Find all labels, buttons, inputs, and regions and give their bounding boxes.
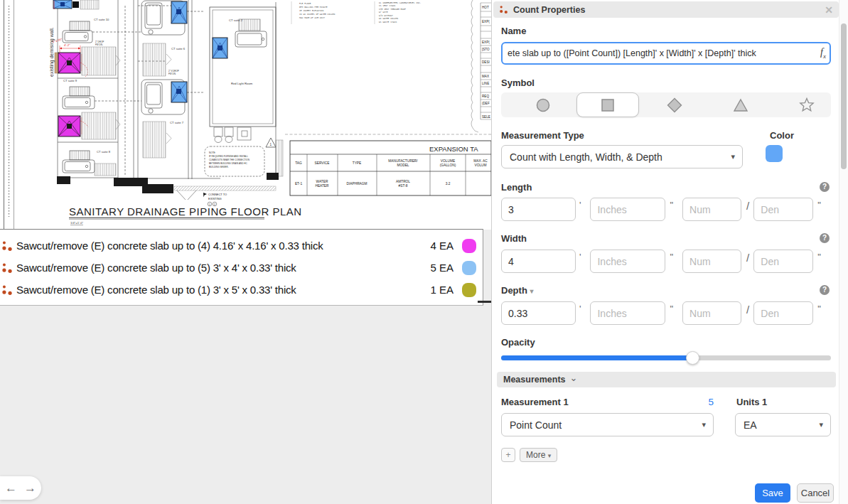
depth-label[interactable]: Depth ▾ xyxy=(501,285,534,296)
more-button[interactable]: More ▾ xyxy=(520,448,557,462)
panel-scrollbar-thumb[interactable] xyxy=(841,23,847,169)
symbol-option-square[interactable] xyxy=(589,95,626,114)
detail-triangle-marker: 1 xyxy=(266,138,276,147)
symbol-option-star[interactable] xyxy=(788,95,825,114)
symbol-option-triangle[interactable] xyxy=(722,95,759,114)
measurement-type-label: Measurement Type xyxy=(501,130,584,141)
svg-text:MAU MAKE-UP AIR UNIT: MAU MAKE-UP AIR UNIT xyxy=(299,17,325,19)
length-label: Length xyxy=(501,182,532,193)
add-measurement-button[interactable]: + xyxy=(501,448,515,462)
count-marker-blue-topleft[interactable] xyxy=(53,0,72,9)
measurement1-count-link[interactable]: 5 xyxy=(684,397,714,407)
takeoff-item-label: Sawcut/remove (E) concrete slab up to (1… xyxy=(16,284,417,296)
help-icon[interactable]: ? xyxy=(820,182,830,192)
count-properties-panel: Count Properties ✕ Name fx Symbol xyxy=(491,0,848,504)
depth-num-input[interactable] xyxy=(682,301,741,325)
depth-den-input[interactable] xyxy=(753,301,813,325)
svg-text:HOT: HOT xyxy=(482,6,489,9)
takeoff-item-color-chip[interactable] xyxy=(462,283,476,297)
takeoff-item-color-chip[interactable] xyxy=(462,239,476,253)
length-den-input[interactable] xyxy=(753,198,813,221)
svg-text:EXISTING: EXISTING xyxy=(208,197,222,200)
save-button[interactable]: Save xyxy=(755,483,790,503)
measurements-section-label: Measurements xyxy=(503,375,566,385)
svg-text:SELE: SELE xyxy=(482,115,490,119)
opacity-slider[interactable] xyxy=(501,355,831,360)
count-marker-magenta-1[interactable] xyxy=(58,53,80,73)
triangle-symbol-icon xyxy=(731,96,750,114)
count-tool-icon xyxy=(499,5,508,14)
fraction-slash: / xyxy=(746,200,749,212)
takeoff-item-count: 1 EA xyxy=(417,284,453,296)
depth-inputs: ' " / " xyxy=(501,301,821,325)
close-icon[interactable]: ✕ xyxy=(825,5,833,15)
chevron-down-icon: ▾ xyxy=(819,420,823,429)
svg-text:CONNECT TO: CONNECT TO xyxy=(208,193,227,196)
nav-forward-arrow[interactable]: → xyxy=(24,482,36,494)
takeoff-item-row-2[interactable]: Sawcut/remove (E) concrete slab up to (5… xyxy=(0,257,483,279)
count-marker-blue-1[interactable] xyxy=(171,1,187,23)
length-feet-input[interactable] xyxy=(501,198,576,221)
length-num-input[interactable] xyxy=(682,198,741,221)
nav-back-arrow[interactable]: ← xyxy=(5,482,17,494)
cancel-button[interactable]: Cancel xyxy=(797,483,834,503)
svg-text:WATER: WATER xyxy=(316,180,328,183)
chevron-down-icon: ▾ xyxy=(702,420,706,429)
plan-canvas[interactable]: existing demising wall. 1'-1.05" 4'-2" xyxy=(0,0,491,504)
width-feet-input[interactable] xyxy=(501,250,576,273)
square-symbol-icon xyxy=(599,96,617,114)
svg-text:LINE: LINE xyxy=(482,82,489,85)
name-input[interactable] xyxy=(501,42,831,65)
measurement-type-select[interactable]: Count with Length, Width, & Depth ▾ xyxy=(501,145,743,168)
depth-inches-input[interactable] xyxy=(590,301,665,325)
svg-text:NOTE:: NOTE: xyxy=(209,151,216,154)
opacity-label: Opacity xyxy=(501,337,535,348)
width-den-input[interactable] xyxy=(753,250,813,273)
panel-scrollbar-track[interactable] xyxy=(839,0,848,504)
takeoff-item-color-chip[interactable] xyxy=(462,261,476,275)
inch-mark: " xyxy=(670,252,673,262)
svg-text:CT suite 7: CT suite 7 xyxy=(170,121,184,124)
color-swatch[interactable] xyxy=(766,145,783,162)
connect-note: CONNECT TO EXISTING 1 2 xyxy=(203,193,227,206)
app-window: existing demising wall. 1'-1.05" 4'-2" xyxy=(0,0,848,504)
svg-text:FLR FLOOR: FLR FLOOR xyxy=(299,3,311,5)
svg-text:VOLUME: VOLUME xyxy=(441,159,455,163)
units1-select[interactable]: EA ▾ xyxy=(735,413,831,436)
svg-text:(DEF: (DEF xyxy=(482,102,490,105)
symbol-option-circle[interactable] xyxy=(525,95,562,114)
svg-text:MAX. AC: MAX. AC xyxy=(473,159,488,163)
chevron-down-icon: ▾ xyxy=(731,152,735,161)
sheet-edge-fragment xyxy=(478,301,491,303)
floor-plan-sheet[interactable]: existing demising wall. 1'-1.05" 4'-2" xyxy=(0,0,491,230)
length-inches-input[interactable] xyxy=(590,198,665,221)
formula-fx-icon[interactable]: fx xyxy=(820,47,826,60)
help-icon[interactable]: ? xyxy=(820,233,830,243)
expansion-table: EXPANSION TA TAG SERVICE TYPE MA xyxy=(290,141,491,195)
depth-label-text: Depth xyxy=(501,285,527,296)
width-num-input[interactable] xyxy=(682,250,741,273)
help-icon[interactable]: ? xyxy=(820,285,830,295)
count-marker-blue-2[interactable] xyxy=(171,82,187,102)
width-label: Width xyxy=(501,233,527,244)
floor-plan-drawing: existing demising wall. 1'-1.05" 4'-2" xyxy=(0,0,491,230)
count-marker-magenta-2[interactable] xyxy=(58,116,80,136)
takeoff-item-row-3[interactable]: Sawcut/remove (E) concrete slab up to (1… xyxy=(0,279,483,301)
measurements-section-header[interactable]: Measurements ⌄ xyxy=(497,372,836,387)
demising-wall xyxy=(55,53,58,73)
svg-text:AMTROL: AMTROL xyxy=(396,180,410,183)
panel-header: Count Properties ✕ xyxy=(493,1,839,18)
depth-feet-input[interactable] xyxy=(501,301,576,325)
opacity-slider-thumb[interactable] xyxy=(686,351,699,365)
svg-text:4'-2": 4'-2" xyxy=(64,43,70,47)
measurement1-value: Point Count xyxy=(510,419,562,431)
count-marker-blue-3[interactable] xyxy=(213,38,227,58)
measurement1-select[interactable]: Point Count ▾ xyxy=(501,413,714,436)
feet-mark: ' xyxy=(579,200,581,210)
symbol-option-diamond[interactable] xyxy=(656,95,693,114)
width-inches-input[interactable] xyxy=(590,250,665,273)
diamond-symbol-icon xyxy=(665,96,684,114)
inch-mark: " xyxy=(817,304,821,314)
svg-text:IN WC INCHES OF WATER COLUMN: IN WC INCHES OF WATER COLUMN xyxy=(299,14,336,16)
takeoff-item-row-1[interactable]: Sawcut/remove (E) concrete slab up to (4… xyxy=(0,235,483,257)
